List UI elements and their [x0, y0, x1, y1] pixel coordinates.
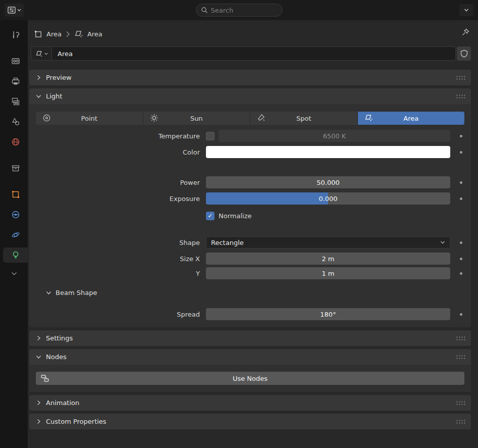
search-input[interactable] [211, 7, 272, 14]
pin-id-button[interactable] [461, 28, 470, 38]
color-row: Color [29, 146, 471, 158]
animate-decorator-dot[interactable] [460, 258, 462, 260]
spacer [29, 279, 471, 286]
tab-strip-collapse-button[interactable] [0, 272, 28, 276]
spacer [29, 225, 471, 236]
panel-custom-properties: Custom Properties [29, 414, 471, 429]
panel-drag-handle[interactable] [456, 336, 466, 340]
id-name-input[interactable] [51, 46, 456, 61]
tab-world[interactable] [3, 134, 28, 150]
breadcrumb-separator-icon [66, 31, 70, 37]
size-y-row: Y 1 m [29, 267, 471, 279]
collection-icon [11, 164, 20, 173]
id-name-row [31, 46, 471, 61]
subpanel-title: Beam Shape [56, 289, 97, 296]
breadcrumb-object[interactable]: Area [34, 30, 62, 38]
panel-drag-handle[interactable] [456, 94, 466, 98]
panel-drag-handle[interactable] [456, 75, 466, 80]
exposure-slider[interactable]: 0.000 [206, 192, 450, 205]
editor-type-selector[interactable] [5, 4, 24, 17]
normalize-row: ✓ Normalize [29, 211, 471, 221]
animate-decorator-dot[interactable] [460, 272, 462, 275]
spread-row: Spread 180° [29, 308, 471, 320]
spacer [29, 162, 471, 176]
use-nodes-button[interactable]: Use Nodes [36, 372, 464, 385]
animate-decorator-dot[interactable] [460, 241, 462, 244]
exposure-row: Exposure 0.000 [29, 192, 471, 205]
tab-object[interactable] [3, 187, 28, 202]
panel-drag-handle[interactable] [456, 401, 466, 405]
panel-drag-handle[interactable] [456, 419, 466, 424]
panel-animation-header[interactable]: Animation [29, 395, 471, 411]
tab-output[interactable] [3, 74, 28, 89]
spread-value: 180° [320, 311, 336, 318]
panel-nodes-body: Use Nodes [29, 365, 471, 392]
light-type-area-button[interactable]: Area [358, 112, 465, 125]
panel-title: Light [46, 92, 62, 100]
panel-animation: Animation [29, 395, 471, 411]
size-x-label: Size X [29, 255, 206, 263]
panel-preview: Preview [29, 70, 471, 85]
fake-user-button[interactable] [457, 46, 471, 61]
panel-nodes: Nodes Use Nodes [29, 349, 471, 392]
temperature-checkbox[interactable] [206, 132, 215, 140]
shape-dropdown[interactable]: Rectangle [206, 236, 450, 248]
panel-title: Animation [46, 399, 79, 407]
temperature-field[interactable]: 6500 K [219, 130, 450, 142]
light-type-label: Sun [190, 115, 203, 122]
panel-title: Settings [46, 334, 73, 342]
tab-object-data[interactable] [3, 247, 28, 263]
tab-view-layer[interactable] [3, 94, 28, 109]
constraints-icon [11, 210, 20, 219]
properties-editor-icon [7, 6, 16, 15]
color-swatch[interactable] [206, 146, 450, 158]
tab-constraints[interactable] [3, 207, 28, 222]
panel-title: Nodes [46, 353, 67, 361]
panel-preview-header[interactable]: Preview [29, 70, 471, 85]
spread-field[interactable]: 180° [206, 308, 450, 320]
panel-custom-properties-header[interactable]: Custom Properties [29, 414, 471, 429]
chevron-down-icon [46, 290, 51, 295]
tab-tool[interactable] [3, 27, 28, 42]
tab-physics[interactable] [3, 227, 28, 242]
tab-collection[interactable] [3, 161, 28, 176]
animate-decorator-dot[interactable] [460, 313, 462, 316]
panel-settings: Settings [29, 330, 471, 346]
panel-settings-header[interactable]: Settings [29, 330, 471, 346]
size-y-field[interactable]: 1 m [206, 267, 450, 279]
tab-render[interactable] [3, 54, 28, 69]
chevron-down-icon [36, 354, 41, 360]
light-type-label: Area [403, 115, 418, 122]
size-x-field[interactable]: 2 m [206, 253, 450, 265]
panel-drag-handle[interactable] [456, 355, 466, 359]
chevron-down-icon [44, 52, 48, 56]
pin-icon [461, 28, 470, 37]
spot-light-icon [257, 114, 265, 122]
render-icon [11, 57, 20, 66]
breadcrumb-data[interactable]: Area [74, 30, 102, 38]
animate-decorator-dot[interactable] [460, 181, 462, 184]
light-type-spot-button[interactable]: Spot [250, 112, 358, 125]
temperature-label: Temperature [29, 132, 206, 140]
light-type-point-button[interactable]: Point [36, 112, 143, 125]
chevron-right-icon [36, 75, 41, 80]
search-box[interactable] [196, 4, 283, 17]
power-value: 50.000 [316, 179, 340, 186]
tab-scene[interactable] [3, 114, 28, 129]
panel-light-header[interactable]: Light [29, 88, 471, 104]
light-type-segmented: Point [36, 112, 464, 125]
physics-icon [11, 230, 20, 239]
id-type-dropdown[interactable] [31, 46, 51, 61]
power-field[interactable]: 50.000 [206, 176, 450, 188]
animate-decorator-dot[interactable] [460, 151, 462, 154]
world-icon [11, 137, 20, 146]
slider-fill [206, 192, 328, 205]
animate-decorator-dot[interactable] [460, 197, 462, 200]
editor-menu-button[interactable] [459, 4, 473, 16]
normalize-checkbox[interactable]: ✓ [206, 212, 215, 220]
animate-decorator-dot[interactable] [460, 135, 462, 137]
panel-nodes-header[interactable]: Nodes [29, 349, 471, 365]
point-light-icon [42, 114, 51, 122]
subpanel-beam-shape-header[interactable]: Beam Shape [29, 286, 471, 299]
light-type-sun-button[interactable]: Sun [143, 112, 251, 125]
